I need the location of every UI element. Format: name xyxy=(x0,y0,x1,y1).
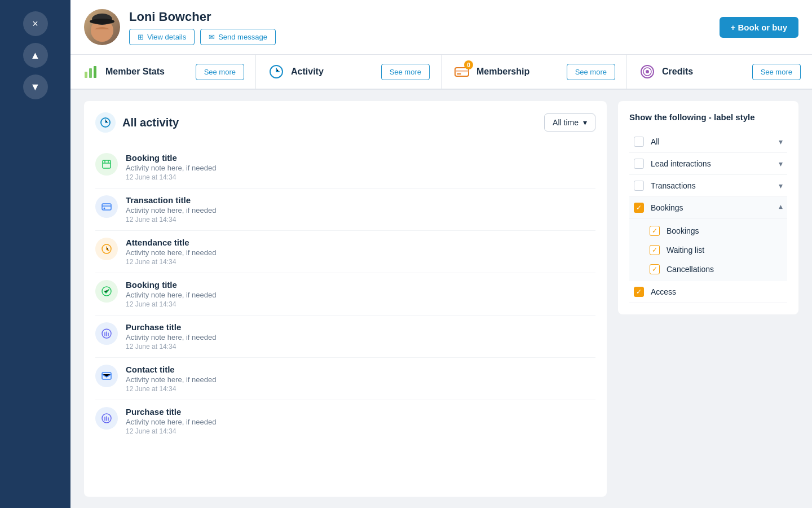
header: Loni Bowcher ⊞ View details ✉ Send messa… xyxy=(70,0,812,55)
tab-credits-left: Credits xyxy=(638,63,693,81)
activity-list: Booking title Activity note here, if nee… xyxy=(95,146,595,442)
svg-rect-15 xyxy=(102,204,111,210)
svg-rect-8 xyxy=(455,70,469,72)
activity-item-body: Booking title Activity note here, if nee… xyxy=(126,153,216,181)
activity-panel: All activity All time ▾ Booking title Ac… xyxy=(84,101,607,497)
header-actions: ⊞ View details ✉ Send message xyxy=(129,29,276,45)
purchase-icon xyxy=(95,322,118,345)
sidebar: × ▲ ▼ xyxy=(0,0,70,508)
filter-bookings[interactable]: Bookings ▾ xyxy=(629,197,787,219)
attendance-icon xyxy=(95,238,118,260)
activity-item-body: Attendance title Activity note here, if … xyxy=(126,238,216,266)
sub-filter-waiting-list[interactable]: Waiting list xyxy=(641,240,787,260)
activity-item: Contact title Activity note here, if nee… xyxy=(95,358,595,400)
close-icon: × xyxy=(32,18,38,30)
booking-check-icon xyxy=(95,280,118,303)
scroll-up-button[interactable]: ▲ xyxy=(23,43,48,68)
filter-transactions-label: Transactions xyxy=(651,181,779,190)
filter-access-checkbox[interactable] xyxy=(634,287,644,297)
activity-item: Attendance title Activity note here, if … xyxy=(95,231,595,273)
filter-transactions[interactable]: Transactions ▾ xyxy=(629,175,787,197)
sub-filter-bookings[interactable]: Bookings xyxy=(641,221,787,240)
time-filter-dropdown[interactable]: All time ▾ xyxy=(544,113,595,132)
activity-item: Purchase title Activity note here, if ne… xyxy=(95,316,595,358)
credits-icon xyxy=(638,63,656,81)
filter-lead-interactions[interactable]: Lead interactions ▾ xyxy=(629,153,787,175)
scroll-down-button[interactable]: ▼ xyxy=(23,75,48,99)
tab-activity[interactable]: Activity See more xyxy=(256,55,442,89)
filter-bookings-checkbox[interactable] xyxy=(634,203,644,213)
activity-item: Booking title Activity note here, if nee… xyxy=(95,273,595,316)
sub-filter-cancellations-label: Cancellations xyxy=(667,265,714,274)
close-button[interactable]: × xyxy=(23,11,48,36)
tab-membership[interactable]: 0 Membership See more xyxy=(442,55,627,89)
filter-all-checkbox[interactable] xyxy=(634,137,644,147)
filter-all-chevron: ▾ xyxy=(779,137,783,146)
tab-credits-label: Credits xyxy=(662,67,693,77)
contact-icon xyxy=(95,365,118,387)
activity-item-body: Transaction title Activity note here, if… xyxy=(126,195,216,224)
sub-filter-cancellations[interactable]: Cancellations xyxy=(641,260,787,279)
activity-panel-header: All activity All time ▾ xyxy=(95,112,595,133)
filter-all[interactable]: All ▾ xyxy=(629,131,787,153)
chevron-up-icon: ▲ xyxy=(30,50,41,62)
membership-icon: 0 xyxy=(453,63,471,81)
svg-rect-9 xyxy=(457,73,461,75)
sub-filter-waiting-list-label: Waiting list xyxy=(667,246,704,255)
filter-transactions-chevron: ▾ xyxy=(779,181,783,190)
filter-all-label: All xyxy=(651,137,779,146)
tab-member-stats[interactable]: Member Stats See more xyxy=(70,55,256,89)
filter-access-label: Access xyxy=(651,287,783,296)
filter-bookings-chevron: ▾ xyxy=(779,203,783,212)
credits-see-more-button[interactable]: See more xyxy=(752,64,801,80)
send-message-button[interactable]: ✉ Send message xyxy=(200,29,276,45)
book-or-buy-button[interactable]: + Book or buy xyxy=(720,17,798,38)
filter-lead-chevron: ▾ xyxy=(779,159,783,168)
sub-checkbox-cancellations[interactable] xyxy=(650,264,660,274)
sub-checkbox-waiting-list[interactable] xyxy=(650,245,660,255)
header-left: Loni Bowcher ⊞ View details ✉ Send messa… xyxy=(84,9,276,45)
activity-item-body: Booking title Activity note here, if nee… xyxy=(126,280,216,308)
sub-checkbox-bookings[interactable] xyxy=(650,226,660,236)
bookings-sub-filter-group: Bookings Waiting list Cancellations xyxy=(629,219,787,281)
activity-item-body: Purchase title Activity note here, if ne… xyxy=(126,407,216,435)
purchase-icon-2 xyxy=(95,407,118,430)
bar-chart-icon xyxy=(82,63,100,81)
user-name: Loni Bowcher xyxy=(129,10,276,24)
avatar xyxy=(84,9,120,45)
filter-access[interactable]: Access xyxy=(629,281,787,303)
filter-lead-label: Lead interactions xyxy=(651,159,779,168)
tab-member-stats-label: Member Stats xyxy=(105,67,165,77)
header-info: Loni Bowcher ⊞ View details ✉ Send messa… xyxy=(129,10,276,45)
svg-rect-14 xyxy=(103,160,111,168)
svg-rect-5 xyxy=(94,66,96,78)
activity-item: Booking title Activity note here, if nee… xyxy=(95,146,595,189)
tab-membership-left: 0 Membership xyxy=(453,63,529,81)
avatar-image xyxy=(84,9,120,45)
filter-transactions-checkbox[interactable] xyxy=(634,181,644,191)
filter-bookings-label: Bookings xyxy=(651,203,779,212)
activity-see-more-button[interactable]: See more xyxy=(381,64,430,80)
activity-item: Transaction title Activity note here, if… xyxy=(95,189,595,231)
filter-panel: Show the following - label style All ▾ L… xyxy=(618,101,798,314)
member-stats-see-more-button[interactable]: See more xyxy=(196,64,244,80)
activity-item: Purchase title Activity note here, if ne… xyxy=(95,400,595,442)
tab-credits[interactable]: Credits See more xyxy=(627,55,812,89)
svg-rect-4 xyxy=(89,68,92,78)
dropdown-arrow-icon: ▾ xyxy=(583,118,587,127)
membership-see-more-button[interactable]: See more xyxy=(567,64,615,80)
svg-point-16 xyxy=(104,208,105,209)
tab-member-stats-left: Member Stats xyxy=(82,63,165,81)
tab-activity-label: Activity xyxy=(291,67,324,77)
svg-point-12 xyxy=(646,70,649,73)
content-area: All activity All time ▾ Booking title Ac… xyxy=(70,90,812,508)
activity-clock-icon xyxy=(267,63,285,81)
view-details-button[interactable]: ⊞ View details xyxy=(129,29,195,45)
activity-item-body: Contact title Activity note here, if nee… xyxy=(126,365,216,393)
tab-activity-left: Activity xyxy=(267,63,324,81)
svg-point-2 xyxy=(90,19,114,24)
filter-lead-checkbox[interactable] xyxy=(634,159,644,169)
svg-rect-3 xyxy=(85,72,87,78)
sub-filter-bookings-label: Bookings xyxy=(667,226,699,235)
main-content: Loni Bowcher ⊞ View details ✉ Send messa… xyxy=(70,0,812,508)
